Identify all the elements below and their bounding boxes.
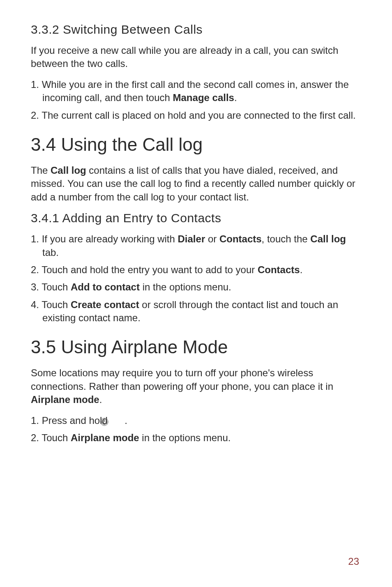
- item-prefix: 2.: [31, 432, 42, 443]
- section-3-4: 3.4 Using the Call log The Call log cont…: [31, 134, 361, 204]
- text-bold: Create contact: [71, 299, 139, 310]
- section-3-4-1: 3.4.1 Adding an Entry to Contacts 1. If …: [31, 211, 361, 325]
- text-part: Touch and hold the entry you want to add…: [42, 264, 258, 275]
- text-bold: Contacts: [258, 264, 300, 275]
- list-item: 1. If you are already working with Diale…: [31, 232, 361, 259]
- text-bold: Call log: [51, 165, 86, 176]
- text-part: in the options menu.: [139, 432, 231, 443]
- item-text: The current call is placed on hold and y…: [42, 110, 355, 121]
- page-number: 23: [348, 556, 359, 567]
- item-text-after: .: [234, 92, 237, 103]
- text-bold: Airplane mode: [31, 394, 99, 405]
- text-bold: Airplane mode: [71, 432, 139, 443]
- heading-3-3-2: 3.3.2 Switching Between Calls: [31, 23, 361, 37]
- text-part: The: [31, 165, 51, 176]
- ordered-list: 1. Press and hold . 2. Touch Airplane mo…: [31, 414, 361, 445]
- item-prefix: 2.: [31, 110, 42, 121]
- power-icon: [111, 417, 120, 426]
- text-part: .: [122, 415, 127, 426]
- item-prefix: 1.: [31, 79, 42, 90]
- item-prefix: 2.: [31, 264, 42, 275]
- intro-text: The Call log contains a list of calls th…: [31, 164, 361, 204]
- text-part: Touch: [42, 281, 71, 292]
- text-bold: Contacts: [219, 233, 262, 244]
- item-bold: Manage calls: [173, 92, 234, 103]
- text-part: Some locations may require you to turn o…: [31, 367, 333, 391]
- list-item: 2. Touch and hold the entry you want to …: [31, 263, 361, 276]
- text-part: .: [300, 264, 303, 275]
- text-bold: Add to contact: [71, 281, 140, 292]
- list-item: 1. While you are in the first call and t…: [31, 78, 361, 105]
- item-prefix: 3.: [31, 281, 42, 292]
- section-3-3-2: 3.3.2 Switching Between Calls If you rec…: [31, 23, 361, 122]
- text-part: Touch: [42, 299, 71, 310]
- text-part: , touch the: [262, 233, 311, 244]
- heading-3-4: 3.4 Using the Call log: [31, 134, 361, 155]
- list-item: 4. Touch Create contact or scroll throug…: [31, 298, 361, 325]
- heading-3-5: 3.5 Using Airplane Mode: [31, 337, 361, 357]
- text-bold: Call log: [310, 233, 346, 244]
- list-item: 1. Press and hold .: [31, 414, 361, 427]
- text-part: .: [99, 394, 102, 405]
- intro-text: Some locations may require you to turn o…: [31, 366, 361, 406]
- text-part: Touch: [42, 432, 71, 443]
- intro-text: If you receive a new call while you are …: [31, 44, 361, 71]
- item-prefix: 4.: [31, 299, 42, 310]
- item-prefix: 1.: [31, 233, 42, 244]
- text-part: If you are already working with: [42, 233, 178, 244]
- list-item: 3. Touch Add to contact in the options m…: [31, 281, 361, 294]
- ordered-list: 1. While you are in the first call and t…: [31, 78, 361, 122]
- item-prefix: 1.: [31, 415, 42, 426]
- ordered-list: 1. If you are already working with Diale…: [31, 232, 361, 325]
- section-3-5: 3.5 Using Airplane Mode Some locations m…: [31, 337, 361, 444]
- text-part: tab.: [42, 247, 59, 258]
- list-item: 2. The current call is placed on hold an…: [31, 109, 361, 122]
- text-bold: Dialer: [178, 233, 205, 244]
- text-part: in the options menu.: [140, 281, 231, 292]
- heading-3-4-1: 3.4.1 Adding an Entry to Contacts: [31, 211, 361, 225]
- text-part: or: [205, 233, 219, 244]
- list-item: 2. Touch Airplane mode in the options me…: [31, 431, 361, 444]
